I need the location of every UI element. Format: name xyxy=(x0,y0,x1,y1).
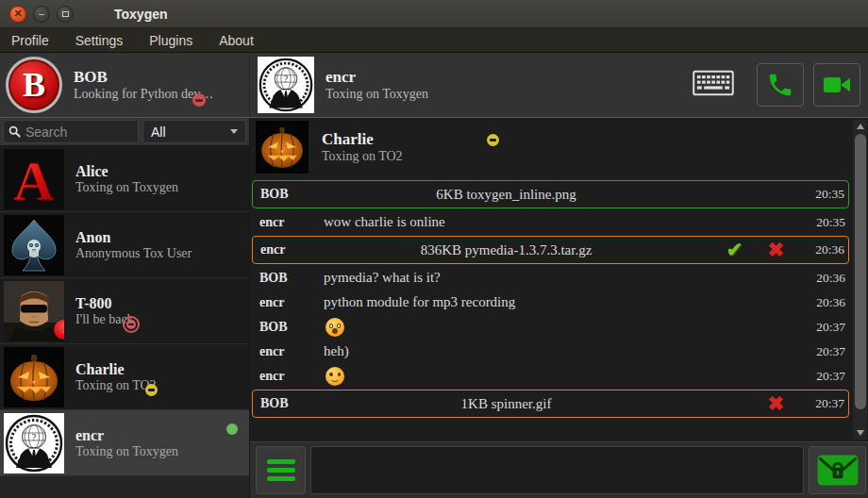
online-status-icon xyxy=(226,423,238,435)
contact-status-message: Anonymous Tox User xyxy=(75,246,192,261)
charlie-avatar xyxy=(4,347,64,407)
away-status-icon xyxy=(487,134,499,146)
message-sender: BOB xyxy=(252,320,324,335)
call-controls xyxy=(693,63,868,107)
message-time: 20:35 xyxy=(794,215,849,230)
message-sender: BOB xyxy=(253,187,325,202)
contact-name: Charlie xyxy=(75,361,157,378)
message-text: heh) xyxy=(324,343,689,359)
smile-emoji-icon xyxy=(326,367,344,386)
chat-scroll-region: Charlie Toxing on TO2 BOB 6KB toxygen_in… xyxy=(250,118,868,441)
menu-profile[interactable]: Profile xyxy=(11,33,49,48)
busy-new-message-status-icon xyxy=(123,316,140,333)
app-window: ✕ – Toxygen Profile Settings Plugins Abo… xyxy=(0,0,868,498)
self-name[interactable]: BOB xyxy=(74,68,213,87)
chat-area: Charlie Toxing on TO2 BOB 6KB toxygen_in… xyxy=(250,118,868,498)
self-avatar[interactable]: B xyxy=(6,57,62,113)
chat-peer-status-message: Toxing on TO2 xyxy=(322,149,499,164)
encr-avatar: ? xyxy=(4,413,64,473)
anon-avatar xyxy=(4,215,64,275)
message-sender: BOB xyxy=(252,271,324,286)
svg-text:?: ? xyxy=(32,431,37,442)
contact-name: encr xyxy=(75,427,178,444)
audio-call-button[interactable] xyxy=(757,63,804,107)
message-time: 20:37 xyxy=(794,344,849,359)
chevron-down-icon xyxy=(230,129,238,134)
active-contact-avatar: ? xyxy=(258,57,314,113)
message-list: BOB 6KB toxygen_inline.png 20:35 encr wo… xyxy=(250,176,851,418)
contact-row-t800[interactable]: 2 T-800 I'll be back xyxy=(0,278,249,344)
message-time: 20:36 xyxy=(794,271,849,286)
search-row: All xyxy=(0,118,249,146)
scroll-up-arrow[interactable] xyxy=(853,120,867,133)
emoji-message: encr 20:37 xyxy=(252,364,849,388)
menu-about[interactable]: About xyxy=(219,33,254,48)
active-contact-status-message: Toxing on Toxygen xyxy=(326,87,428,102)
contact-name: Anon xyxy=(75,229,192,246)
send-message-button[interactable] xyxy=(809,446,866,494)
emoji-message: BOB 20:37 xyxy=(252,315,849,339)
busy-status-icon[interactable] xyxy=(192,93,206,107)
menu-plugins[interactable]: Plugins xyxy=(149,33,192,48)
message-text: python module for mp3 recording xyxy=(324,294,689,310)
contacts-filter-dropdown[interactable]: All xyxy=(142,120,246,143)
keyboard-icon[interactable] xyxy=(693,70,734,100)
scrollbar-thumb[interactable] xyxy=(855,134,866,409)
cancel-file-button[interactable]: ✖ xyxy=(767,241,784,260)
text-message: encr python module for mp3 recording 20:… xyxy=(252,290,849,314)
window-close-button[interactable]: ✕ xyxy=(9,6,26,23)
contact-name: Alice xyxy=(75,163,178,180)
text-message: encr wow charlie is online 20:35 xyxy=(252,210,849,234)
menu-settings[interactable]: Settings xyxy=(75,33,124,48)
titlebar: ✕ – Toxygen xyxy=(0,0,868,28)
scroll-down-arrow[interactable] xyxy=(853,426,867,440)
text-message: BOB pymedia? what is it? 20:36 xyxy=(252,266,849,290)
alice-avatar: A xyxy=(4,149,64,209)
self-profile-card: B BOB Looking for Python dev… xyxy=(0,53,250,117)
message-time: 20:37 xyxy=(794,320,849,335)
message-text: wow charlie is online xyxy=(324,214,689,230)
contact-list: A Alice Toxing on Toxygen xyxy=(0,146,249,498)
message-sender: encr xyxy=(252,295,324,310)
menubar: Profile Settings Plugins About xyxy=(0,28,868,53)
message-input[interactable] xyxy=(310,446,804,494)
maximize-icon xyxy=(62,11,69,17)
message-sender: BOB xyxy=(253,396,325,411)
phone-icon xyxy=(766,71,794,99)
contact-row-alice[interactable]: A Alice Toxing on Toxygen xyxy=(0,146,249,212)
avatar-letter: B xyxy=(23,65,45,105)
contact-status-message: Toxing on Toxygen xyxy=(75,444,178,459)
attachments-menu-button[interactable] xyxy=(256,446,306,494)
accept-file-button[interactable]: ✔ xyxy=(726,241,743,260)
contact-status-message: Toxing on Toxygen xyxy=(75,180,178,195)
contact-row-charlie[interactable]: Charlie Toxing on TO2 xyxy=(0,344,249,410)
cancel-file-button[interactable]: ✖ xyxy=(767,394,784,414)
window-minimize-button[interactable]: – xyxy=(33,6,50,23)
message-time: 20:37 xyxy=(794,369,849,384)
contact-row-anon[interactable]: Anon Anonymous Tox User xyxy=(0,212,249,278)
contact-status-message: Toxing on TO2 xyxy=(75,378,157,393)
message-sender: encr xyxy=(252,369,324,384)
message-text: pymedia? what is it? xyxy=(324,270,689,286)
message-time: 20:36 xyxy=(794,295,849,310)
chat-peer-header: Charlie Toxing on TO2 xyxy=(250,118,851,176)
secure-send-icon xyxy=(817,455,859,486)
file-transfer-message: BOB 6KB toxygen_inline.png 20:35 xyxy=(252,180,849,208)
window-title: Toxygen xyxy=(114,7,168,22)
video-call-button[interactable] xyxy=(813,63,860,107)
contact-name: T-800 xyxy=(75,295,134,312)
contact-row-encr[interactable]: ? encr Toxing on Toxygen xyxy=(0,410,249,476)
file-transfer-message: BOB 1KB spinner.gif ✖ 20:37 xyxy=(252,390,849,418)
search-input[interactable] xyxy=(25,124,133,140)
search-box[interactable] xyxy=(3,120,139,143)
chat-scrollbar[interactable] xyxy=(853,120,867,440)
file-name: 6KB toxygen_inline.png xyxy=(325,187,688,203)
file-name: 1KB spinner.gif xyxy=(325,396,688,412)
window-maximize-button[interactable] xyxy=(57,6,74,23)
chat-peer-avatar xyxy=(256,121,309,174)
contacts-sidebar: All A xyxy=(0,118,250,498)
message-sender: encr xyxy=(252,344,324,359)
svg-text:A: A xyxy=(13,150,54,209)
svg-text:?: ? xyxy=(284,74,289,84)
text-message: encr heh) 20:37 xyxy=(252,340,849,363)
